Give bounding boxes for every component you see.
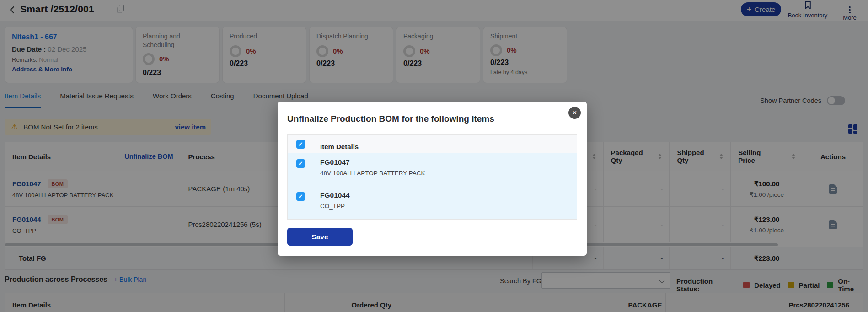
modal-item-list: ✓ Item Details ✓ FG01047 48V 100AH LAPTO… <box>287 134 577 220</box>
item-checkbox[interactable]: ✓ <box>296 159 305 168</box>
modal-item-code: FG01044 <box>320 191 577 199</box>
modal-title: Unfinalize Production BOM for the follow… <box>287 114 494 124</box>
modal-list-header: ✓ Item Details <box>288 135 577 153</box>
unfinalize-bom-modal: × Unfinalize Production BOM for the foll… <box>278 102 587 256</box>
close-icon[interactable]: × <box>568 107 581 119</box>
item-checkbox[interactable]: ✓ <box>296 192 305 201</box>
modal-list-header-label: Item Details <box>314 135 577 153</box>
modal-item-code: FG01047 <box>320 158 577 167</box>
select-all-checkbox[interactable]: ✓ <box>296 140 305 149</box>
modal-item-row: ✓ FG01047 48V 100AH LAPTOP BATTERY PACK <box>288 153 577 186</box>
modal-item-row: ✓ FG01044 CO_TPP <box>288 186 577 219</box>
modal-item-desc: 48V 100AH LAPTOP BATTERY PACK <box>320 170 577 177</box>
save-button[interactable]: Save <box>287 228 353 246</box>
modal-item-desc: CO_TPP <box>320 203 577 210</box>
